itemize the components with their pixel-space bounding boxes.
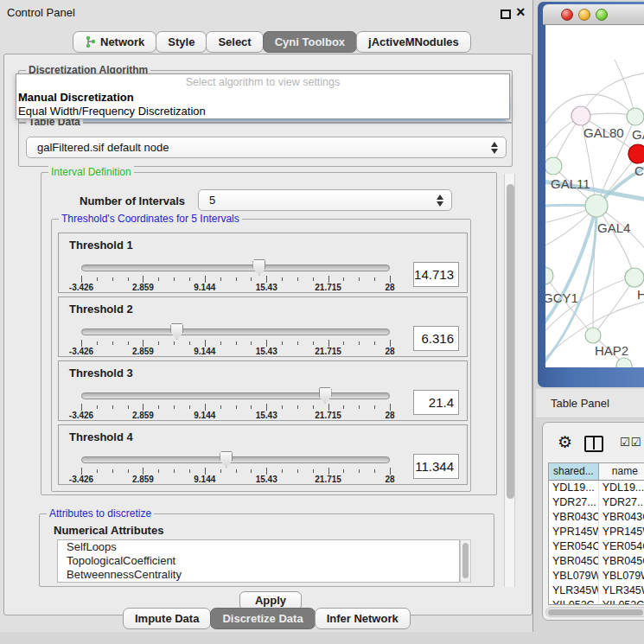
column-header-shared-name[interactable]: shared... [549, 463, 599, 480]
threshold-label: Threshold 4 [69, 430, 133, 443]
table-panel: ⚙ ☑☑ shared... name YDL19...YDL19...YDR2… [542, 422, 644, 621]
network-view-window: GAL80GACGAL11GAL4GCY1HHAP2 [538, 2, 644, 387]
dropdown-item-manual[interactable]: Manual Discretization [16, 91, 509, 105]
zoom-window-icon[interactable] [596, 9, 608, 21]
attribute-list-item[interactable]: BetweennessCentrality [58, 568, 459, 582]
cell-shared-name[interactable]: YBL079W [549, 569, 599, 583]
cell-shared-name[interactable]: YDR27... [549, 495, 599, 510]
threshold-slider-thumb[interactable] [170, 323, 183, 340]
interval-scrollbar[interactable] [504, 174, 515, 587]
cell-name[interactable]: YPR145W [599, 525, 644, 539]
number-of-intervals-value: 5 [209, 194, 215, 207]
cell-shared-name[interactable]: YLR345W [549, 583, 599, 598]
cell-name[interactable]: YER054C [599, 539, 644, 554]
cell-shared-name[interactable]: YDL19... [549, 481, 599, 495]
threshold-label: Threshold 2 [69, 303, 133, 316]
tab-network[interactable]: Network [73, 31, 156, 53]
close-window-icon[interactable] [561, 9, 573, 21]
cell-shared-name[interactable]: YIL052C [549, 598, 599, 605]
checkbox-icons[interactable]: ☑☑ [620, 436, 641, 449]
slider-ticks [81, 404, 390, 411]
cell-name[interactable]: YBR043C [599, 510, 644, 525]
threshold-value-field[interactable] [413, 326, 459, 351]
cell-shared-name[interactable]: YBR045C [549, 554, 599, 569]
node-table[interactable]: shared... name YDL19...YDL19...YDR27...Y… [548, 462, 644, 605]
table-row[interactable]: YBR045CYBR045C [549, 554, 644, 569]
interval-scrollbar-thumb[interactable] [507, 184, 514, 499]
node-label: C [634, 163, 644, 178]
table-row[interactable]: YDL19...YDL19... [549, 481, 644, 495]
close-panel-icon[interactable]: × [516, 3, 526, 22]
minimize-window-icon[interactable] [578, 9, 590, 21]
dropdown-item-equal-width[interactable]: Equal Width/Frequency Discretization [16, 105, 509, 118]
table-data-combobox[interactable]: galFiltered.sif default node [26, 137, 507, 158]
threshold-panel: Threshold 3 -3.4262.8599.14415.4321.7152… [58, 360, 468, 421]
table-row[interactable]: YBR043CYBR043C [549, 510, 644, 525]
table-row[interactable]: YBL079WYBL079W [549, 569, 644, 583]
network-icon [85, 35, 96, 48]
control-panel-titlebar: Control Panel × [0, 0, 532, 24]
gear-icon[interactable]: ⚙ [558, 434, 572, 450]
cell-name[interactable]: YBL079W [599, 569, 644, 583]
numerical-attributes-label: Numerical Attributes [54, 524, 163, 537]
column-layout-icon[interactable] [584, 436, 603, 452]
threshold-slider-thumb[interactable] [220, 451, 233, 468]
bottom-tab-bar: Impute Data Discretize Data Infer Networ… [124, 608, 411, 629]
float-panel-icon[interactable] [501, 10, 511, 19]
number-of-intervals-combobox[interactable]: 5 [198, 189, 452, 211]
network-node[interactable] [627, 108, 644, 125]
table-row[interactable]: YLR345WYLR345W [549, 583, 644, 598]
cell-name[interactable]: YDL19... [599, 481, 644, 495]
network-graph: GAL80GACGAL11GAL4GCY1HHAP2 [545, 25, 644, 367]
threshold-value-field[interactable] [413, 390, 459, 415]
attributes-list-scrollbar[interactable] [460, 539, 471, 583]
threshold-value-field[interactable] [413, 454, 459, 479]
cell-name[interactable]: YIL052C [599, 598, 644, 605]
attribute-list-item[interactable]: TopologicalCoefficient [58, 554, 459, 568]
network-node[interactable] [571, 106, 590, 125]
threshold-slider-track[interactable] [81, 392, 390, 399]
numerical-attributes-list[interactable]: SelfLoopsTopologicalCoefficientBetweenne… [57, 539, 460, 583]
network-node[interactable] [625, 268, 644, 287]
interval-definition-label: Interval Definition [48, 166, 134, 178]
top-tab-bar: Network Style Select Cyni Toolbox jActiv… [73, 31, 471, 53]
threshold-slider-track[interactable] [81, 328, 390, 335]
node-label: GAL80 [583, 125, 624, 140]
tab-cyni-toolbox[interactable]: Cyni Toolbox [263, 31, 357, 53]
tab-impute-data[interactable]: Impute Data [123, 608, 211, 629]
table-panel-title: Table Panel [551, 397, 609, 410]
table-horizontal-scrollbar[interactable] [545, 607, 644, 617]
tab-style[interactable]: Style [156, 31, 207, 53]
network-node[interactable] [628, 144, 644, 163]
network-canvas[interactable]: GAL80GACGAL11GAL4GCY1HHAP2 [545, 25, 644, 367]
table-row[interactable]: YDR27...YDR27... [549, 495, 644, 510]
table-row[interactable]: YIL052CYIL052C [549, 598, 644, 605]
cell-shared-name[interactable]: YBR043C [549, 510, 599, 525]
node-label: GAL4 [597, 220, 630, 235]
tab-jactivemnodules[interactable]: jActiveMNodules [356, 31, 471, 53]
tab-select[interactable]: Select [206, 31, 263, 53]
network-node[interactable] [545, 157, 562, 175]
table-row[interactable]: YPR145WYPR145W [549, 525, 644, 539]
tab-discretize-data[interactable]: Discretize Data [210, 608, 315, 629]
cell-shared-name[interactable]: YPR145W [549, 525, 599, 539]
cell-shared-name[interactable]: YER054C [549, 539, 599, 554]
attributes-group-label: Attributes to discretize [47, 507, 154, 520]
threshold-slider-thumb[interactable] [252, 259, 265, 276]
cell-name[interactable]: YBR045C [599, 554, 644, 569]
attribute-list-item[interactable]: SelfLoops [58, 540, 459, 554]
threshold-slider-thumb[interactable] [319, 387, 332, 404]
threshold-slider-track[interactable] [81, 265, 390, 271]
cell-name[interactable]: YLR345W [599, 583, 644, 598]
cell-name[interactable]: YDR27... [599, 495, 644, 510]
network-node[interactable] [585, 328, 601, 343]
threshold-value-field[interactable] [413, 262, 459, 287]
table-row[interactable]: YER054CYER054C [549, 539, 644, 554]
network-node[interactable] [585, 194, 608, 217]
column-header-name[interactable]: name [599, 463, 644, 480]
slider-ticks [81, 276, 390, 283]
tab-infer-network[interactable]: Infer Network [315, 608, 411, 629]
network-window-titlebar[interactable] [543, 4, 644, 25]
threshold-slider-track[interactable] [81, 456, 390, 463]
network-node[interactable] [545, 267, 553, 284]
